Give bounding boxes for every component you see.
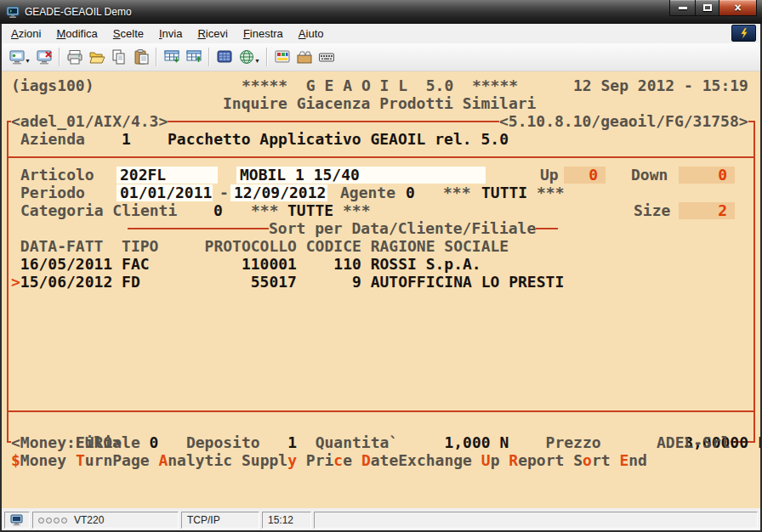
categoria-value: 0: [213, 201, 223, 219]
open-button[interactable]: [86, 46, 108, 68]
terminal-border-left: [7, 121, 9, 443]
articolo-description-field[interactable]: MOBIL 1 15/40: [236, 167, 486, 184]
keypad-button[interactable]: [213, 46, 236, 68]
table-row-text: 15/06/2012 FD 55017 9 AUTOFFICINA LO PRE…: [20, 273, 564, 291]
sort-separator-left: [128, 228, 269, 229]
end-session-icon: [36, 48, 53, 65]
menu-aiuto[interactable]: Aiuto: [291, 25, 332, 42]
send-key-button[interactable]: [236, 46, 258, 68]
toolbar: ▼ ▼: [2, 43, 760, 71]
keyboard-icon: [318, 48, 335, 65]
table-row-selected[interactable]: >15/06/2012 FD 55017 9 AUTOFFICINA LO PR…: [11, 273, 564, 291]
network-status-icon: [10, 514, 24, 527]
fkey-label: Money: [20, 451, 76, 469]
function-key-bar: $Money TurnPage Analytic Supply Price Da…: [11, 451, 647, 469]
deposito-value: 1: [287, 433, 297, 451]
new-session-dropdown-icon[interactable]: ▼: [25, 58, 31, 64]
session-led-icon: [61, 518, 67, 524]
fkey-label: urnPage: [85, 451, 159, 469]
fkey-label: ateExchange: [371, 451, 481, 469]
agente-stars-left: ***: [443, 184, 471, 201]
fkey-hotkey: R: [509, 451, 518, 469]
periodo-from-field[interactable]: 01/01/2011: [117, 184, 213, 201]
company-name: ADEL-Srl: [657, 433, 731, 451]
categoria-text: TUTTE: [287, 201, 333, 219]
send-key-dropdown-icon[interactable]: ▼: [254, 58, 260, 64]
status-session-cell: VT220: [32, 512, 179, 529]
paste-button[interactable]: [130, 46, 152, 68]
send-file-icon: [185, 48, 202, 65]
toolbar-separator: [208, 48, 210, 66]
articolo-code-field[interactable]: 202FL: [117, 167, 218, 184]
window-title: GEADE-GEAOIL Demo: [25, 6, 132, 18]
screen-datetime: 12 Sep 2012 - 15:19: [573, 76, 748, 94]
fkey-hotkey: y: [287, 451, 297, 469]
menu-invia[interactable]: Invia: [151, 25, 190, 42]
status-bar: VT220 TCP/IP 15:12: [2, 510, 760, 530]
lightning-icon: [738, 26, 750, 40]
up-label: Up: [540, 166, 559, 184]
maximize-icon: [703, 4, 712, 11]
window-controls: ×: [669, 0, 757, 16]
periodo-to-field[interactable]: 12/09/2012: [230, 184, 327, 201]
connection-indicator-button[interactable]: [731, 25, 756, 42]
open-folder-icon: [88, 48, 105, 65]
copy-button[interactable]: [108, 46, 130, 68]
close-button[interactable]: ×: [719, 0, 757, 16]
end-session-button[interactable]: [33, 46, 55, 68]
fkey-hotkey: D: [361, 451, 371, 469]
new-session-icon: [9, 48, 26, 65]
status-time-cell: 15:12: [262, 512, 311, 529]
window-border-left: [0, 24, 2, 532]
macro-button[interactable]: [293, 46, 316, 68]
keyboard-map-button[interactable]: [316, 46, 338, 68]
screen-title: ***** G E A O I L 5.0 *****: [242, 76, 518, 94]
copy-icon: [111, 48, 128, 65]
sort-separator-right: [536, 228, 558, 229]
menu-azioni[interactable]: Azioni: [3, 25, 48, 42]
money-indicator: <Money:EURO>: [11, 433, 122, 451]
app-icon[interactable]: [6, 5, 20, 19]
terminal-border-right: [753, 121, 755, 443]
toolbar-separator: [59, 48, 60, 66]
menu-modifica[interactable]: Modifica: [48, 25, 105, 42]
table-row[interactable]: 16/05/2011 FAC 110001 110 ROSSI S.p.A.: [11, 255, 481, 273]
maximize-button[interactable]: [695, 0, 719, 16]
down-label: Down: [631, 166, 668, 184]
periodo-separator: -: [219, 184, 229, 201]
menu-finestra[interactable]: Finestra: [236, 25, 291, 42]
terminal-separator-header: [7, 156, 755, 158]
agente-text: TUTTI: [481, 184, 527, 201]
protocol-label: TCP/IP: [187, 514, 220, 526]
new-session-button[interactable]: [6, 46, 28, 68]
card-file-icon: [296, 48, 313, 65]
terminal-type: VT220: [74, 514, 104, 526]
fkey-label: nalytic: [168, 451, 242, 469]
sort-title: Sort per Data/Cliente/Filiale: [269, 219, 536, 237]
status-protocol-cell: TCP/IP: [181, 512, 259, 529]
app-window: GEADE-GEAOIL Demo × Azioni Modifica Scel…: [0, 0, 762, 532]
categoria-label: Categoria Clienti: [20, 201, 177, 219]
display-setup-icon: [274, 48, 291, 65]
minimize-button[interactable]: [669, 0, 695, 16]
periodo-label: Periodo: [20, 184, 85, 201]
receive-file-button[interactable]: [161, 46, 183, 68]
display-setup-button[interactable]: [271, 46, 293, 68]
categoria-stars-right: ***: [343, 201, 371, 219]
print-icon: [66, 48, 83, 65]
azienda-description: Pacchetto Applicativo GEAOIL rel. 5.0: [168, 130, 509, 148]
menu-ricevi[interactable]: Ricevi: [190, 25, 235, 42]
terminal-screen[interactable]: (iags100) ***** G E A O I L 5.0 ***** 12…: [2, 71, 760, 508]
menu-scelte[interactable]: Scelte: [105, 25, 151, 42]
deposito-label: Deposito: [158, 433, 287, 451]
size-value-field: 2: [679, 202, 735, 219]
send-file-button[interactable]: [183, 46, 205, 68]
print-button[interactable]: [64, 46, 86, 68]
toolbar-separator: [266, 48, 268, 66]
fkey-hotkey: T: [76, 451, 85, 469]
row-cursor: >: [11, 273, 20, 291]
receive-file-icon: [163, 48, 180, 65]
globe-icon: [238, 48, 255, 65]
minimize-icon: [679, 7, 687, 9]
fkey-label: rt: [592, 451, 620, 469]
